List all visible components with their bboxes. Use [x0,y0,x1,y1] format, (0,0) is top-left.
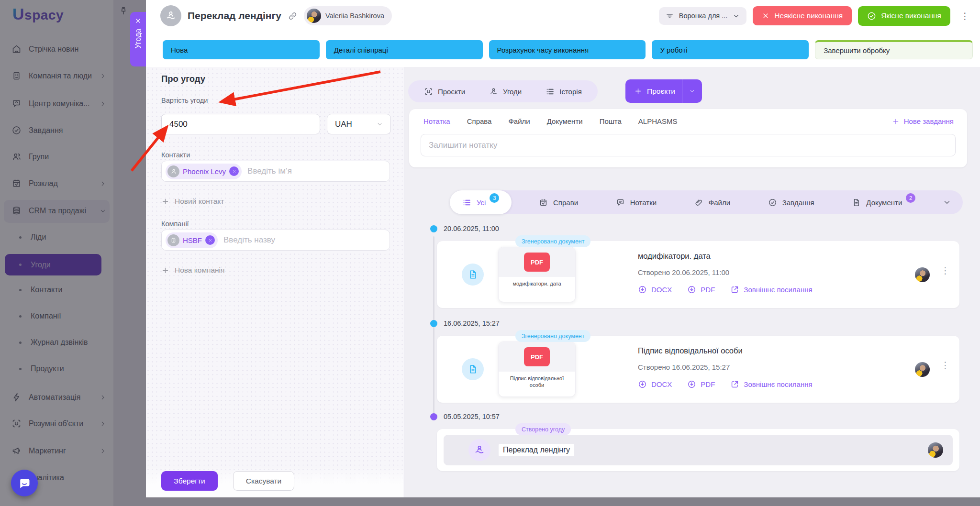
document-type-icon [462,358,484,380]
filter-documents[interactable]: Документи 2 [841,190,926,214]
workspace-tabs: Проєкти Угоди Історія [408,80,598,102]
filter-notes[interactable]: Нотатки [605,190,667,214]
chat-bubble-icon [18,476,31,490]
new-company-button[interactable]: Нова компанія [161,266,224,275]
support-chat-button[interactable] [11,470,38,496]
thumbnail-preview: PDF [499,247,575,277]
filter-label: Документи [866,198,902,207]
link-label: PDF [701,380,715,388]
deal-avatar [160,5,181,26]
tab-projects[interactable]: Проєкти [412,87,477,96]
document-card[interactable]: PDF модифікатори. дата модифікатори. дат… [437,241,959,308]
external-link[interactable]: Зовнішнє посилання [730,380,812,389]
document-card[interactable]: PDF Підпис відповідальної особи Підпис в… [437,336,959,403]
pdf-chip: PDF [524,253,550,272]
download-pdf-link[interactable]: PDF [687,380,715,389]
funnel-select[interactable]: Воронка для ... [659,7,747,25]
approve-button[interactable]: Якісне виконання [858,6,950,26]
tab-files[interactable]: Файли [508,117,530,125]
responsible-pill[interactable]: Valeriia Bashkirova [304,6,392,25]
link-label: Зовнішнє посилання [744,380,812,388]
responsible-name: Valeriia Bashkirova [325,12,384,20]
chevron-down-icon [377,121,383,127]
deal-created-card[interactable]: Переклад лендінгу [437,429,959,471]
tab-activity[interactable]: Справа [467,117,492,125]
external-link[interactable]: Зовнішнє посилання [730,285,812,294]
contact-chip[interactable]: Phoenix Levy [166,164,242,179]
contacts-label: Контакти [161,151,190,159]
more-menu-icon[interactable]: ⋮ [957,11,973,21]
company-chip[interactable]: HSBF [166,232,218,248]
filter-tasks[interactable]: Завдання [757,190,825,214]
tab-documents[interactable]: Документи [547,117,583,125]
tab-deals[interactable]: Угоди [477,87,534,96]
document-links: DOCX PDF Зовнішнє посилання [638,380,813,389]
tab-mail[interactable]: Пошта [600,117,622,125]
download-docx-link[interactable]: DOCX [638,380,672,389]
avatar [915,362,930,377]
download-docx-link[interactable]: DOCX [638,285,672,294]
tab-history[interactable]: Історія [534,87,594,96]
chevron-down-icon[interactable] [943,198,951,207]
company-chip-label: HSBF [183,236,202,244]
cancel-button[interactable]: Скасувати [233,471,294,491]
amount-input[interactable] [161,114,320,134]
person-icon [167,165,179,177]
remove-contact-icon[interactable] [229,166,239,176]
deal-title[interactable]: Переклад лендінгу [188,10,281,22]
composer-card: Нотатка Справа Файли Документи Пошта ALP… [409,109,967,167]
add-project-label: Проєкти [647,87,675,96]
filter-label: Справи [553,198,578,207]
activity-filter-bar: Усі 3 Справи Нотатки Файли Завданн [450,190,963,214]
more-menu-icon[interactable]: ⋮ [941,361,950,370]
new-contact-label: Новий контакт [175,197,224,206]
tab-alphasms[interactable]: ALPHASMS [638,117,678,125]
add-project-main[interactable]: Проєкти [625,87,682,96]
pin-icon[interactable] [118,6,129,16]
tab-label: Угоди [503,88,522,96]
stage-in-progress[interactable]: У роботі [652,40,809,59]
document-thumbnail[interactable]: PDF Підпис відповідальної особи [498,341,576,397]
tab-note[interactable]: Нотатка [423,117,450,125]
deal-handshake-icon [468,439,490,461]
timeline-date: 05.05.2025, 10:57 [444,413,500,420]
new-task-button[interactable]: Нове завдання [892,117,954,125]
filter-all[interactable]: Усі 3 [450,190,512,214]
filter-activities[interactable]: Справи [528,190,589,214]
new-task-label: Нове завдання [904,117,954,125]
document-title: модифікатори. дата [638,252,711,261]
note-input[interactable] [421,134,956,156]
document-links: DOCX PDF Зовнішнє посилання [638,285,813,294]
stage-new[interactable]: Нова [163,40,320,59]
remove-company-icon[interactable] [205,235,215,245]
funnel-filter-icon [666,12,674,20]
document-thumbnail[interactable]: PDF модифікатори. дата [498,247,576,302]
filter-label: Нотатки [630,198,657,207]
download-icon [638,380,647,389]
stage-finish[interactable]: Завершити обробку [815,40,973,59]
deal-created-title[interactable]: Переклад лендінгу [499,444,574,456]
add-project-dropdown[interactable] [682,79,702,103]
close-icon[interactable] [134,17,142,24]
person-glyph-icon [170,168,177,175]
contacts-input[interactable]: Phoenix Levy Введіть ім’я [161,161,390,182]
currency-select[interactable]: UAH [327,114,391,134]
companies-input[interactable]: HSBF Введіть назву [161,230,390,251]
plus-icon [634,87,642,95]
reject-button[interactable]: Неякісне виконання [753,6,852,25]
companies-label: Компанії [161,220,189,228]
stage-details[interactable]: Деталі співпраці [326,40,483,59]
save-button[interactable]: Зберегти [161,471,218,491]
download-pdf-link[interactable]: PDF [687,285,715,294]
download-icon [638,285,647,294]
deal-side-tab[interactable]: Угода [130,12,146,66]
deal-modal: Переклад лендінгу Valeriia Bashkirova Во… [146,0,980,497]
new-contact-button[interactable]: Новий контакт [161,197,224,206]
filter-files[interactable]: Файли [684,190,741,214]
link-label: DOCX [651,286,672,294]
copy-link-icon[interactable] [288,11,298,21]
more-menu-icon[interactable]: ⋮ [941,266,950,275]
add-project-button[interactable]: Проєкти [625,79,702,103]
paperclip-icon [694,198,703,207]
stage-estimate[interactable]: Розрахунок часу виконання [489,40,646,59]
